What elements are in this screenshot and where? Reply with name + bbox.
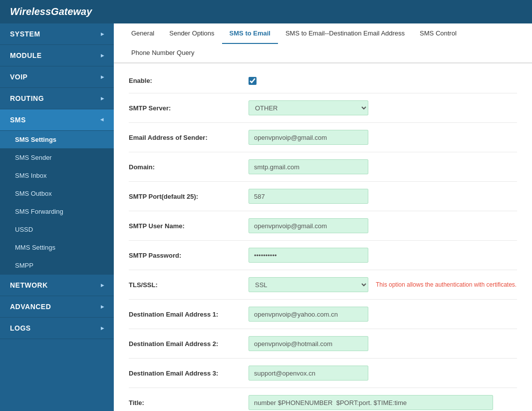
sidebar-item-sms-inbox[interactable]: SMS Inbox bbox=[0, 167, 114, 185]
sidebar-item-mms-settings[interactable]: MMS Settings bbox=[0, 239, 114, 257]
enable-checkbox[interactable] bbox=[249, 77, 257, 85]
main-layout: SYSTEM ▸ MODULE ▸ VOIP ▸ ROUTING ▸ SMS ▾… bbox=[0, 23, 532, 411]
sidebar-item-system[interactable]: SYSTEM ▸ bbox=[0, 23, 114, 45]
smtp-password-input[interactable] bbox=[249, 248, 368, 263]
sidebar-label-sms: SMS bbox=[10, 116, 26, 124]
domain-value bbox=[249, 159, 517, 174]
tab-phone-number-query[interactable]: Phone Number Query bbox=[124, 43, 202, 63]
tab-sms-to-email[interactable]: SMS to Email bbox=[222, 23, 278, 44]
title-input[interactable] bbox=[249, 395, 493, 410]
sidebar-item-network[interactable]: NETWORK ▸ bbox=[0, 275, 114, 296]
chevron-right-icon: ▸ bbox=[101, 95, 104, 102]
form-row-smtp-username: SMTP User Name: bbox=[129, 211, 517, 241]
form-row-email-sender: Email Address of Sender: bbox=[129, 123, 517, 152]
form-row-smtp-server: SMTP Server: OTHER GMAIL YAHOO HOTMAIL bbox=[129, 93, 517, 123]
tab-bar: General Sender Options SMS to Email SMS … bbox=[114, 23, 532, 63]
form-row-smtp-password: SMTP Password: bbox=[129, 241, 517, 270]
form-row-dest-email-2: Destination Email Address 2: bbox=[129, 329, 517, 359]
sidebar-item-routing[interactable]: ROUTING ▸ bbox=[0, 88, 114, 109]
sidebar-label-system: SYSTEM bbox=[10, 30, 40, 38]
dest-email-2-label: Destination Email Address 2: bbox=[129, 340, 249, 348]
main-content: General Sender Options SMS to Email SMS … bbox=[114, 23, 532, 411]
dest-email-2-input[interactable] bbox=[249, 336, 368, 351]
smtp-password-label: SMTP Password: bbox=[129, 252, 249, 259]
form-row-enable: Enable: bbox=[129, 68, 517, 93]
sidebar-item-sms-outbox[interactable]: SMS Outbox bbox=[0, 185, 114, 203]
sidebar-item-voip[interactable]: VOIP ▸ bbox=[0, 66, 114, 88]
tls-ssl-select[interactable]: SSL TLS NONE bbox=[249, 277, 368, 292]
sidebar-label-routing: ROUTING bbox=[10, 94, 44, 102]
dest-email-1-value bbox=[249, 307, 517, 322]
sidebar-item-smpp[interactable]: SMPP bbox=[0, 257, 114, 275]
chevron-right-icon: ▸ bbox=[101, 282, 104, 289]
email-sender-value bbox=[249, 130, 517, 145]
smtp-port-value bbox=[249, 189, 517, 204]
app-header: WirelessGateway bbox=[0, 0, 532, 23]
email-sender-label: Email Address of Sender: bbox=[129, 134, 249, 141]
smtp-username-label: SMTP User Name: bbox=[129, 222, 249, 230]
smtp-server-label: SMTP Server: bbox=[129, 104, 249, 112]
tls-ssl-value: SSL TLS NONE This option allows the auth… bbox=[249, 277, 517, 292]
title-label: Title: bbox=[129, 399, 249, 407]
sidebar-label-logs: LOGS bbox=[10, 324, 31, 332]
chevron-right-icon: ▸ bbox=[101, 30, 104, 37]
dest-email-3-label: Destination Email Address 3: bbox=[129, 370, 249, 377]
smtp-port-label: SMTP Port(default 25): bbox=[129, 193, 249, 200]
dest-email-3-input[interactable] bbox=[249, 366, 368, 381]
smtp-password-value bbox=[249, 248, 517, 263]
chevron-right-icon: ▸ bbox=[101, 52, 104, 59]
sidebar: SYSTEM ▸ MODULE ▸ VOIP ▸ ROUTING ▸ SMS ▾… bbox=[0, 23, 114, 411]
smtp-username-input[interactable] bbox=[249, 218, 368, 233]
app-title: WirelessGateway bbox=[10, 6, 92, 17]
email-sender-input[interactable] bbox=[249, 130, 368, 145]
smtp-server-value: OTHER GMAIL YAHOO HOTMAIL bbox=[249, 100, 517, 115]
chevron-right-icon: ▸ bbox=[101, 73, 104, 80]
form-row-dest-email-1: Destination Email Address 1: bbox=[129, 300, 517, 329]
domain-label: Domain: bbox=[129, 163, 249, 171]
sidebar-item-sms-settings[interactable]: SMS Settings bbox=[0, 131, 114, 149]
sms-submenu: SMS Settings SMS Sender SMS Inbox SMS Ou… bbox=[0, 131, 114, 275]
tab-general[interactable]: General bbox=[124, 23, 162, 44]
sidebar-item-module[interactable]: MODULE ▸ bbox=[0, 45, 114, 66]
tls-ssl-label: TLS/SSL: bbox=[129, 281, 249, 289]
sidebar-item-sms-sender[interactable]: SMS Sender bbox=[0, 149, 114, 167]
sidebar-label-advanced: ADVANCED bbox=[10, 303, 51, 311]
sidebar-item-ussd[interactable]: USSD bbox=[0, 221, 114, 239]
smtp-server-select[interactable]: OTHER GMAIL YAHOO HOTMAIL bbox=[249, 100, 368, 115]
form-row-dest-email-3: Destination Email Address 3: bbox=[129, 359, 517, 388]
sidebar-label-network: NETWORK bbox=[10, 281, 48, 289]
form-content: Enable: SMTP Server: OTHER GMAIL YAHOO H… bbox=[114, 63, 532, 411]
chevron-right-icon: ▸ bbox=[101, 303, 104, 310]
form-row-domain: Domain: bbox=[129, 152, 517, 182]
title-value bbox=[249, 395, 517, 410]
form-row-tls-ssl: TLS/SSL: SSL TLS NONE This option allows… bbox=[129, 270, 517, 300]
sidebar-item-sms-forwarding[interactable]: SMS Forwarding bbox=[0, 203, 114, 221]
chevron-right-icon: ▸ bbox=[101, 325, 104, 332]
dest-email-3-value bbox=[249, 366, 517, 381]
sidebar-item-logs[interactable]: LOGS ▸ bbox=[0, 318, 114, 339]
smtp-username-value bbox=[249, 218, 517, 233]
tab-sender-options[interactable]: Sender Options bbox=[162, 23, 222, 44]
sidebar-item-advanced[interactable]: ADVANCED ▸ bbox=[0, 296, 114, 318]
sidebar-label-module: MODULE bbox=[10, 51, 42, 59]
domain-input[interactable] bbox=[249, 159, 368, 174]
tab-sms-to-email-dest[interactable]: SMS to Email--Destination Email Address bbox=[278, 23, 412, 44]
enable-label: Enable: bbox=[129, 77, 249, 84]
chevron-down-icon: ▾ bbox=[99, 118, 106, 122]
tab-sms-control[interactable]: SMS Control bbox=[412, 23, 464, 44]
enable-value bbox=[249, 77, 517, 85]
sidebar-label-voip: VOIP bbox=[10, 73, 27, 81]
dest-email-1-input[interactable] bbox=[249, 307, 368, 322]
smtp-port-input[interactable] bbox=[249, 189, 368, 204]
form-row-title: Title: bbox=[129, 388, 517, 411]
dest-email-2-value bbox=[249, 336, 517, 351]
form-row-smtp-port: SMTP Port(default 25): bbox=[129, 182, 517, 211]
tls-ssl-help: This option allows the authentication wi… bbox=[376, 281, 517, 288]
dest-email-1-label: Destination Email Address 1: bbox=[129, 311, 249, 318]
sidebar-item-sms[interactable]: SMS ▾ bbox=[0, 109, 114, 131]
